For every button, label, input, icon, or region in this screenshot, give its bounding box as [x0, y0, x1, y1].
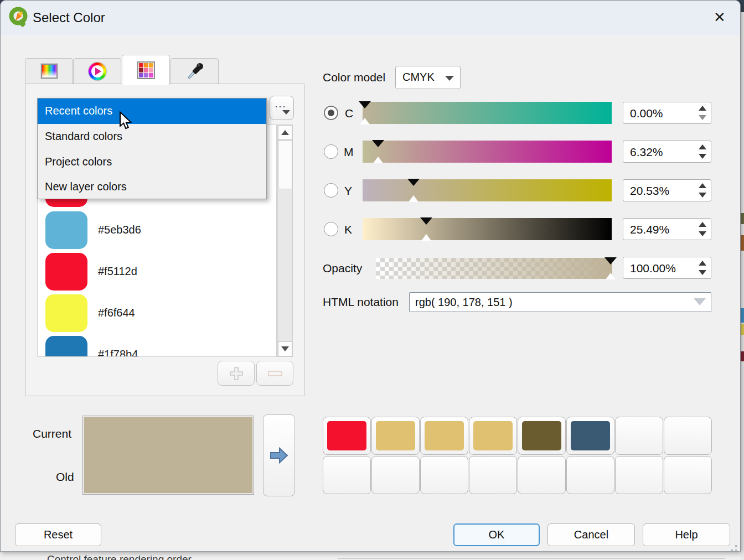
close-button[interactable]: ✕ — [707, 8, 732, 27]
scrollbar-thumb[interactable] — [278, 141, 292, 189]
tab-color-sampler[interactable] — [170, 58, 219, 84]
channel-spinbox-c[interactable]: 0.00% — [623, 102, 711, 124]
tab-color-wheel[interactable] — [73, 58, 121, 84]
quick-swatch[interactable] — [615, 456, 663, 494]
tab-swatches[interactable] — [122, 55, 170, 85]
menu-item-recent-colors[interactable]: Recent colors — [38, 98, 266, 124]
slider-handle[interactable] — [604, 257, 617, 265]
channel-spinbox-m[interactable]: 6.32% — [623, 141, 711, 163]
channel-slider-k[interactable] — [363, 218, 612, 240]
slider-handle[interactable] — [421, 234, 431, 241]
quick-swatch[interactable] — [518, 417, 566, 455]
spin-down-icon[interactable] — [699, 154, 706, 159]
color-preview — [82, 416, 254, 495]
quick-swatch[interactable] — [323, 456, 371, 494]
channel-slider-m[interactable] — [363, 141, 612, 163]
slider-handle[interactable] — [606, 273, 616, 279]
arrow-up-icon — [281, 130, 289, 135]
channel-slider-y[interactable] — [363, 179, 612, 201]
channel-label-c: C — [345, 107, 353, 120]
plus-icon — [228, 365, 245, 382]
html-notation-label: HTML notation — [323, 295, 399, 309]
slider-handle[interactable] — [372, 140, 384, 147]
scroll-up-button[interactable] — [278, 125, 292, 140]
ok-button[interactable]: OK — [453, 523, 540, 546]
quick-swatch[interactable] — [615, 417, 663, 455]
spin-up-icon[interactable] — [699, 106, 706, 111]
channel-spinbox-y[interactable]: 20.53% — [623, 179, 711, 201]
qgis-logo-icon — [8, 7, 29, 28]
menu-item-standard-colors[interactable]: Standard colors — [38, 124, 266, 149]
channel-label-y: Y — [344, 184, 352, 198]
quick-swatch[interactable] — [664, 456, 712, 494]
spin-down-icon[interactable] — [699, 270, 706, 275]
slider-handle[interactable] — [359, 101, 371, 108]
scroll-down-button[interactable] — [278, 341, 292, 356]
channel-radio-y[interactable] — [324, 183, 338, 198]
remove-color-button[interactable] — [256, 361, 293, 386]
slider-handle[interactable] — [409, 195, 418, 202]
opacity-spinbox[interactable]: 100.00% — [623, 257, 711, 279]
channel-label-m: M — [344, 146, 354, 159]
spin-down-icon[interactable] — [699, 193, 706, 198]
channel-slider-c[interactable] — [363, 102, 612, 124]
quick-swatch[interactable] — [420, 456, 468, 494]
quick-swatch[interactable] — [518, 456, 566, 494]
quick-swatch[interactable] — [323, 417, 371, 455]
html-notation-input[interactable] — [409, 292, 711, 312]
spin-up-icon[interactable] — [699, 144, 706, 149]
channel-radio-c[interactable] — [324, 106, 338, 120]
add-current-to-swatches-button[interactable] — [263, 414, 295, 496]
color-list-item[interactable]: #5eb3d6 — [38, 211, 276, 253]
quick-swatch[interactable] — [371, 456, 420, 494]
blue-arrow-right-icon — [268, 446, 290, 465]
swatch-grid-icon — [137, 61, 155, 79]
color-list-item[interactable]: #f6f644 — [38, 294, 276, 336]
titlebar: Select Color ✕ — [1, 1, 740, 35]
background-divider — [338, 558, 725, 559]
resize-grip[interactable] — [736, 546, 737, 547]
spin-up-icon[interactable] — [699, 261, 706, 266]
background-clipped-text: Control feature rendering order — [47, 553, 192, 560]
channel-radio-k[interactable] — [324, 222, 338, 236]
slider-handle[interactable] — [420, 217, 432, 225]
background-window-strip: Control feature rendering order — [0, 551, 741, 560]
help-button[interactable]: Help — [643, 523, 730, 546]
quick-swatch[interactable] — [664, 417, 712, 455]
quick-swatch[interactable] — [469, 456, 517, 494]
opacity-slider[interactable] — [376, 258, 612, 279]
spin-down-icon[interactable] — [699, 231, 706, 236]
cancel-button[interactable]: Cancel — [547, 523, 635, 546]
add-color-button[interactable] — [218, 361, 255, 386]
color-list-item[interactable]: #1f78b4 — [38, 336, 276, 357]
slider-handle[interactable] — [360, 118, 370, 125]
window-title: Select Color — [33, 10, 105, 25]
color-model-select[interactable]: CMYK — [395, 66, 461, 89]
color-list-item[interactable]: #f5112d — [38, 253, 276, 295]
slider-handle[interactable] — [373, 157, 383, 163]
quick-swatch[interactable] — [566, 456, 614, 494]
reset-button[interactable]: Reset — [15, 523, 101, 546]
color-wheel-icon — [89, 63, 106, 80]
chevron-down-icon[interactable] — [694, 298, 706, 305]
background-right-edge — [741, 12, 744, 560]
channel-label-k: K — [344, 223, 352, 236]
spin-up-icon[interactable] — [699, 222, 706, 227]
quick-swatch[interactable] — [566, 417, 614, 455]
spin-down-icon[interactable] — [699, 115, 706, 120]
spin-up-icon[interactable] — [699, 183, 706, 188]
quick-swatch[interactable] — [371, 417, 420, 455]
mouse-cursor — [118, 111, 135, 131]
arrow-down-icon — [281, 346, 289, 351]
swatch-options-button[interactable]: ··· — [270, 96, 294, 120]
channel-radio-m[interactable] — [324, 144, 338, 159]
list-scrollbar[interactable] — [277, 125, 293, 357]
quick-swatch[interactable] — [420, 417, 468, 455]
quick-swatch[interactable] — [469, 417, 517, 455]
tab-color-ramp[interactable] — [25, 58, 73, 84]
menu-item-new-layer-colors[interactable]: New layer colors — [38, 174, 266, 200]
menu-item-project-colors[interactable]: Project colors — [38, 149, 266, 174]
old-label: Old — [56, 470, 74, 484]
slider-handle[interactable] — [407, 179, 420, 186]
channel-spinbox-k[interactable]: 25.49% — [623, 218, 711, 240]
